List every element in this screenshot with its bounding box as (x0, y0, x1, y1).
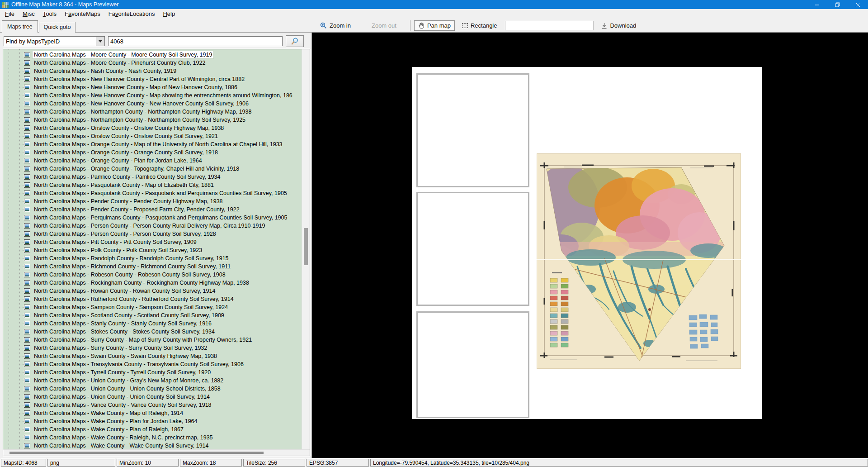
map-thumbnail-icon (24, 305, 30, 310)
menu-misc[interactable]: Misc (19, 10, 39, 18)
tree-item[interactable]: North Carolina Maps - Robeson County - R… (3, 271, 302, 279)
horizontal-scrollbar[interactable] (3, 449, 310, 456)
tree-item[interactable]: North Carolina Maps - Rutherford County … (3, 295, 302, 303)
search-input[interactable] (108, 36, 283, 46)
find-by-dropdown[interactable]: Find by MapsTypeID (4, 36, 105, 46)
menu-favoritemaps[interactable]: FavoriteMaps (61, 10, 104, 18)
close-button[interactable] (848, 0, 868, 9)
tree-item[interactable]: North Carolina Maps - Wake County - Rale… (3, 434, 302, 442)
status-segment-5: EPSG:3857 (307, 459, 369, 467)
map-thumbnail-icon (24, 93, 30, 98)
tree-item[interactable]: North Carolina Maps - Orange County - Or… (3, 148, 302, 157)
tree-item[interactable]: North Carolina Maps - Person County - Pe… (3, 230, 302, 238)
tree-item[interactable]: North Carolina Maps - New Hanover County… (3, 83, 302, 91)
zoom-out-button[interactable]: Zoom out (368, 21, 400, 30)
map-thumbnail-icon (24, 239, 30, 245)
tab-maps-tree[interactable]: Maps tree (2, 20, 38, 33)
tree-item[interactable]: North Carolina Maps - Surry County - Map… (3, 336, 302, 344)
search-button[interactable] (286, 35, 304, 47)
menu-tools[interactable]: Tools (39, 10, 61, 18)
tree-item[interactable]: North Carolina Maps - Onslow County - On… (3, 132, 302, 140)
tree-item[interactable]: North Carolina Maps - New Hanover County… (3, 91, 302, 100)
tree-item[interactable]: North Carolina Maps - Moore County - Pin… (3, 59, 302, 67)
tree-item[interactable]: North Carolina Maps - Moore County - Moo… (3, 51, 302, 59)
tree-item[interactable]: North Carolina Maps - Tyrrell County - T… (3, 368, 302, 376)
tree-item-label: North Carolina Maps - Person County - Pe… (33, 230, 217, 238)
map-preview-canvas[interactable] (312, 33, 868, 458)
tree-item-label: North Carolina Maps - Pamlico County - P… (33, 173, 222, 181)
vertical-scrollbar-thumb[interactable] (304, 228, 308, 265)
tab-strip: Maps tree Quick goto (2, 20, 76, 33)
tree-item[interactable]: North Carolina Maps - Orange County - To… (3, 165, 302, 173)
rectangle-button[interactable]: Rectangle (458, 21, 501, 30)
tree-item[interactable]: North Carolina Maps - Transylvania Count… (3, 360, 302, 368)
map-thumbnail-icon (24, 52, 30, 57)
tree-item[interactable]: North Carolina Maps - Wake County - Plan… (3, 425, 302, 434)
menu-help[interactable]: Help (159, 10, 179, 18)
tree-item-label: North Carolina Maps - Surry County - Map… (33, 336, 253, 343)
tree-item[interactable]: North Carolina Maps - Rowan County - Row… (3, 287, 302, 295)
minimize-button[interactable] (807, 0, 827, 9)
tree-item[interactable]: North Carolina Maps - Union County - Gra… (3, 376, 302, 385)
tree-item[interactable]: North Carolina Maps - Polk County - Polk… (3, 246, 302, 254)
tree-item[interactable]: North Carolina Maps - Pender County - Pr… (3, 205, 302, 214)
pan-map-label: Pan map (427, 22, 451, 29)
tree-item-label: North Carolina Maps - Pasquotank County … (33, 190, 288, 197)
download-button[interactable]: Download (598, 21, 640, 30)
tree-item[interactable]: North Carolina Maps - Scotland County - … (3, 311, 302, 319)
map-thumbnail-icon (24, 272, 30, 277)
map-preview-image (537, 153, 741, 369)
tree-item[interactable]: North Carolina Maps - Pamlico County - P… (3, 173, 302, 181)
map-thumbnail-icon (24, 337, 30, 343)
tree-item[interactable]: North Carolina Maps - Orange County - Ma… (3, 140, 302, 148)
map-thumbnail-icon (24, 101, 30, 106)
tree-item-label: North Carolina Maps - Orange County - Ma… (33, 141, 284, 148)
tree-item[interactable]: North Carolina Maps - Onslow County - On… (3, 124, 302, 132)
tree-item[interactable]: North Carolina Maps - Wake County - Map … (3, 409, 302, 417)
tree-item[interactable]: North Carolina Maps - Northampton County… (3, 116, 302, 124)
tree-item-label: North Carolina Maps - New Hanover County… (33, 84, 239, 91)
main-content: Find by MapsTypeID North Carolina Maps -… (0, 33, 868, 458)
tree-item[interactable]: North Carolina Maps - Rockingham County … (3, 279, 302, 287)
map-thumbnail-icon (24, 182, 30, 188)
tree-item[interactable]: North Carolina Maps - Orange County - Pl… (3, 157, 302, 165)
zoom-in-button[interactable]: Zoom in (316, 21, 354, 30)
tree-item[interactable]: North Carolina Maps - Pasquotank County … (3, 189, 302, 197)
pan-map-button[interactable]: Pan map (414, 20, 455, 31)
tree-item[interactable]: North Carolina Maps - Wake County - Plan… (3, 417, 302, 425)
map-thumbnail-icon (24, 85, 30, 90)
tree-item-label: North Carolina Maps - Pasquotank County … (33, 181, 215, 189)
tree-item[interactable]: North Carolina Maps - New Hanover County… (3, 75, 302, 83)
tree-item[interactable]: North Carolina Maps - Vance County - Van… (3, 401, 302, 409)
app-window: Offline Map Maker 8.364 - Maps Previewer… (0, 0, 868, 467)
menu-file[interactable]: File (1, 10, 19, 18)
tree-item[interactable]: North Carolina Maps - Perquimans County … (3, 214, 302, 222)
tree-item[interactable]: North Carolina Maps - Randolph County - … (3, 254, 302, 262)
toolbar-text-field[interactable] (505, 21, 594, 30)
tree-item-label: North Carolina Maps - New Hanover County… (33, 92, 294, 99)
tree-item[interactable]: North Carolina Maps - Sampson County - S… (3, 303, 302, 311)
map-thumbnail-icon (24, 191, 30, 196)
tree-item[interactable]: North Carolina Maps - Pasquotank County … (3, 181, 302, 189)
tree-item[interactable]: North Carolina Maps - Person County - Pe… (3, 222, 302, 230)
tree-item[interactable]: North Carolina Maps - New Hanover County… (3, 100, 302, 108)
map-preview-page (412, 67, 762, 419)
tree-item[interactable]: North Carolina Maps - Surry County - Sur… (3, 344, 302, 352)
vertical-scrollbar[interactable] (302, 49, 310, 449)
map-thumbnail-icon (24, 215, 30, 220)
tree-item[interactable]: North Carolina Maps - Northampton County… (3, 108, 302, 116)
tree-item[interactable]: North Carolina Maps - Union County - Uni… (3, 385, 302, 393)
tree-item[interactable]: North Carolina Maps - Pitt County - Pitt… (3, 238, 302, 246)
tab-quick-goto[interactable]: Quick goto (39, 22, 76, 33)
tree-item[interactable]: North Carolina Maps - Swain County - Swa… (3, 352, 302, 360)
tree-item[interactable]: North Carolina Maps - Pender County - Pe… (3, 197, 302, 205)
horizontal-scrollbar-thumb[interactable] (9, 452, 264, 454)
menu-favoritelocations[interactable]: FavoriteLocations (104, 10, 159, 18)
tree-item[interactable]: North Carolina Maps - Union County - Uni… (3, 393, 302, 401)
tree-item[interactable]: North Carolina Maps - Richmond County - … (3, 262, 302, 271)
tree-item[interactable]: North Carolina Maps - Stanly County - St… (3, 319, 302, 328)
restore-button[interactable] (827, 0, 848, 9)
tree-item[interactable]: North Carolina Maps - Nash County - Nash… (3, 67, 302, 75)
tree-item[interactable]: North Carolina Maps - Stokes County - St… (3, 328, 302, 336)
tree-item[interactable]: North Carolina Maps - Wake County - Wake… (3, 442, 302, 449)
